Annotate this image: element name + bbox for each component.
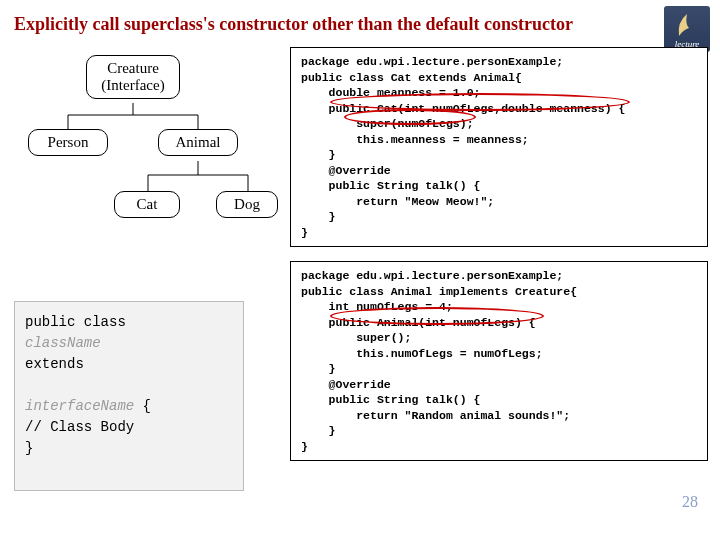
node-dog: Dog	[216, 191, 278, 218]
snippet-classname: className	[25, 333, 233, 354]
node-cat: Cat	[114, 191, 180, 218]
snippet-l1: public class	[25, 314, 126, 330]
content-area: Creature (Interface) Person Animal Cat D…	[0, 41, 720, 521]
snippet-close: }	[25, 438, 233, 459]
node-creature-label2: (Interface)	[87, 77, 179, 94]
slide-title: Explicitly call superclass's constructor…	[0, 0, 720, 41]
snippet-extends: extends	[25, 354, 233, 375]
snippet-interfacename: interfaceName	[25, 398, 134, 414]
class-template-snippet: public class className extends interface…	[14, 301, 244, 491]
snippet-body-comment: // Class Body	[25, 417, 233, 438]
node-animal: Animal	[158, 129, 238, 156]
node-creature: Creature (Interface)	[86, 55, 180, 99]
class-hierarchy-diagram: Creature (Interface) Person Animal Cat D…	[18, 51, 278, 271]
page-number: 28	[682, 493, 698, 511]
node-creature-label1: Creature	[87, 60, 179, 77]
code-block-animal: package edu.wpi.lecture.personExample; p…	[290, 261, 708, 461]
node-person: Person	[28, 129, 108, 156]
code-block-cat: package edu.wpi.lecture.personExample; p…	[290, 47, 708, 247]
